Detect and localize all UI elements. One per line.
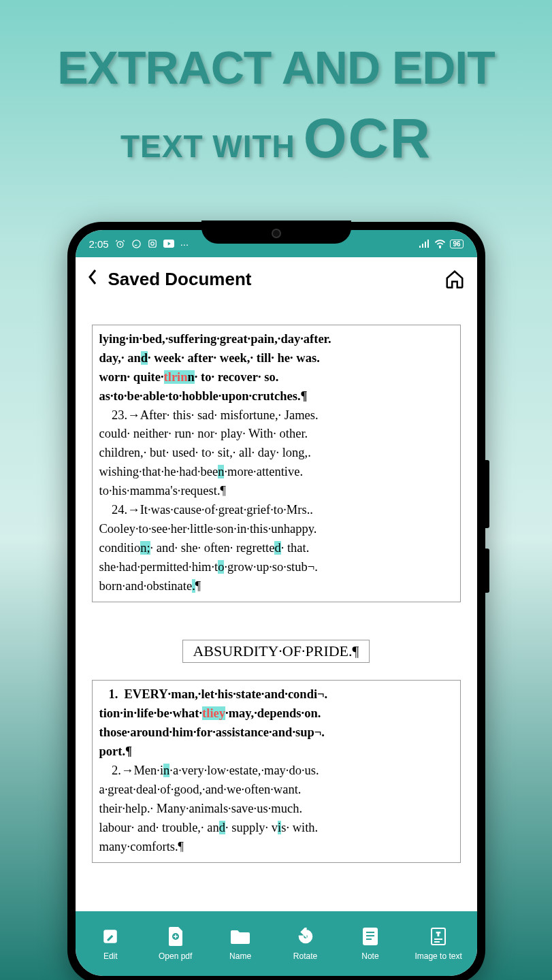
svg-rect-2	[148, 240, 156, 248]
note-icon	[361, 927, 380, 946]
instagram-icon	[148, 239, 157, 248]
home-button[interactable]	[444, 269, 465, 289]
pdf-icon	[166, 927, 185, 946]
edit-icon	[101, 927, 120, 946]
side-button-1	[485, 460, 489, 528]
youtube-icon	[163, 240, 174, 248]
svg-rect-14	[366, 935, 374, 936]
phone-screen: 2:05 ··· 96 Saved Document lying·in·bed,…	[76, 230, 477, 976]
whatsapp-icon	[131, 239, 142, 249]
camera-dot	[272, 229, 281, 238]
svg-rect-7	[425, 242, 426, 248]
document-content[interactable]: lying·in·bed,·suffering·great·pain,·day·…	[76, 301, 477, 911]
svg-point-3	[150, 242, 154, 246]
folder-icon	[231, 927, 250, 946]
edit-button[interactable]: Edit	[90, 927, 131, 961]
status-time: 2:05	[89, 238, 109, 250]
section-title: ABSURDITY·OF·PRIDE.¶	[182, 640, 369, 663]
battery-indicator: 96	[450, 240, 463, 248]
image-to-text-button[interactable]: T Image to text	[415, 927, 461, 961]
promo-line2: TEXT WITHOCR	[0, 106, 552, 170]
svg-rect-8	[427, 240, 429, 248]
rotate-icon	[296, 927, 315, 946]
promo-line1: EXTRACT AND EDIT	[0, 41, 552, 94]
note-button[interactable]: Note	[350, 927, 391, 961]
svg-point-1	[133, 240, 140, 247]
svg-rect-6	[422, 244, 423, 248]
ocr-icon: T	[429, 927, 448, 946]
promo-banner: EXTRACT AND EDIT TEXT WITHOCR	[0, 0, 552, 170]
name-button[interactable]: Name	[220, 927, 261, 961]
back-button[interactable]	[88, 268, 97, 290]
side-button-2	[485, 549, 489, 593]
signal-icon	[419, 240, 430, 248]
alarm-icon	[115, 239, 125, 249]
status-left: 2:05 ···	[89, 238, 189, 250]
page-title: Saved Document	[108, 269, 434, 290]
phone-frame: 2:05 ··· 96 Saved Document lying·in·bed,…	[67, 222, 485, 980]
text-block-1: lying·in·bed,·suffering·great·pain,·day·…	[92, 325, 461, 602]
svg-rect-5	[419, 246, 421, 248]
svg-rect-13	[366, 932, 374, 933]
open-pdf-button[interactable]: Open pdf	[155, 927, 196, 961]
wifi-icon	[434, 240, 446, 248]
text-block-2: 1. EVERY·man,·let·his·state·and·condi¬. …	[92, 680, 461, 863]
svg-rect-15	[366, 938, 372, 940]
bottom-toolbar: Edit Open pdf Name Rotate Note T Image t…	[76, 911, 477, 976]
status-right: 96	[419, 240, 463, 248]
svg-point-9	[440, 246, 440, 247]
app-header: Saved Document	[76, 257, 477, 301]
more-icon: ···	[180, 238, 189, 250]
svg-text:T: T	[437, 931, 440, 937]
rotate-button[interactable]: Rotate	[285, 927, 326, 961]
